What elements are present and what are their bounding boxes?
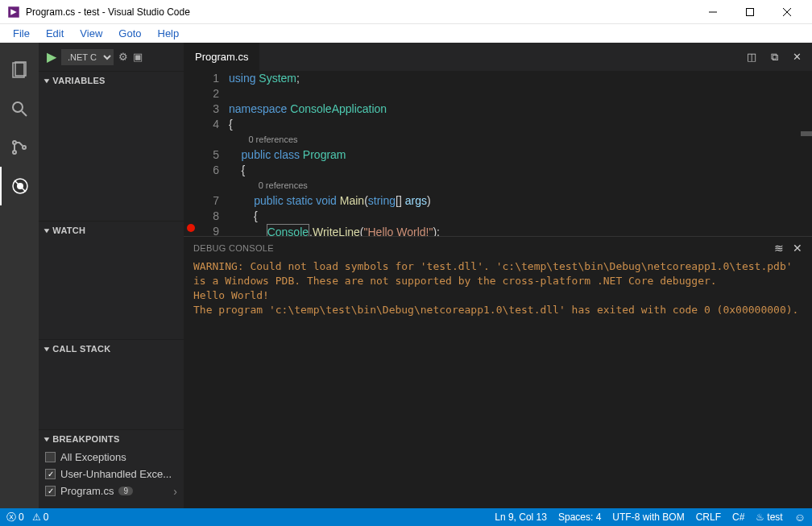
section-watch[interactable]: WATCH (39, 221, 184, 238)
debug-sidebar: ▶ .NET C ⚙ ▣ VARIABLES WATCH CALL STACK … (39, 43, 184, 508)
menu-help[interactable]: Help (150, 26, 188, 41)
feedback-icon[interactable]: ☺ (794, 511, 806, 524)
clear-console-icon[interactable]: ≋ (774, 242, 784, 255)
breakpoint-label: All Exceptions (60, 451, 126, 463)
svg-rect-1 (747, 8, 754, 15)
variables-body (39, 89, 184, 221)
codelens[interactable]: 0 references (229, 178, 812, 193)
diff-icon[interactable]: ⧉ (765, 48, 783, 66)
menubar: File Edit View Goto Help (0, 24, 812, 43)
breakpoint-item[interactable]: All Exceptions (39, 449, 184, 466)
editor-tab[interactable]: Program.cs (184, 43, 259, 71)
search-icon[interactable] (0, 89, 39, 128)
svg-point-6 (13, 102, 23, 112)
editor-tabbar: Program.cs ◫ ⧉ ✕ (184, 43, 812, 71)
svg-point-8 (13, 141, 16, 144)
status-warnings[interactable]: ⚠ 0 (32, 512, 49, 523)
close-tab-icon[interactable]: ✕ (788, 48, 806, 66)
svg-point-9 (13, 151, 16, 154)
checkbox-icon[interactable] (45, 452, 56, 462)
panel-title: DEBUG CONSOLE (193, 243, 774, 253)
breakpoints-body: All Exceptions User-Unhandled Exce... Pr… (39, 447, 184, 501)
breakpoint-item[interactable]: User-Unhandled Exce... (39, 466, 184, 483)
explorer-icon[interactable] (0, 51, 39, 89)
callstack-body (39, 357, 184, 429)
maximize-button[interactable] (731, 0, 768, 24)
titlebar: Program.cs - test - Visual Studio Code (0, 0, 812, 24)
minimize-button[interactable] (694, 0, 731, 24)
menu-file[interactable]: File (5, 26, 38, 41)
split-editor-icon[interactable]: ◫ (743, 48, 760, 66)
debug-console-panel: DEBUG CONSOLE ≋ ✕ WARNING: Could not loa… (184, 236, 812, 508)
breakpoint-label: User-Unhandled Exce... (60, 468, 172, 480)
section-callstack[interactable]: CALL STACK (39, 339, 184, 357)
codelens[interactable]: 0 references (229, 132, 812, 147)
checkbox-icon[interactable] (45, 469, 56, 479)
activity-bar (0, 43, 39, 508)
vscode-icon (6, 5, 21, 19)
watch-body (39, 238, 184, 339)
debug-toolbar: ▶ .NET C ⚙ ▣ (39, 43, 184, 71)
debug-icon[interactable] (0, 167, 39, 205)
status-spaces[interactable]: Spaces: 4 (558, 512, 601, 523)
breakpoint-item[interactable]: Program.cs 9 › (39, 483, 184, 499)
gear-icon[interactable]: ⚙ (118, 51, 128, 63)
status-launch[interactable]: ♨ test (756, 512, 782, 523)
section-breakpoints[interactable]: BREAKPOINTS (39, 429, 184, 447)
close-button[interactable] (768, 0, 806, 24)
git-icon[interactable] (0, 128, 39, 167)
console-output[interactable]: WARNING: Could not load symbols for 'tes… (184, 259, 812, 508)
overview-ruler[interactable] (801, 71, 812, 236)
section-variables[interactable]: VARIABLES (39, 71, 184, 89)
close-panel-icon[interactable]: ✕ (793, 242, 802, 255)
status-language[interactable]: C# (732, 512, 744, 523)
status-encoding[interactable]: UTF-8 with BOM (612, 512, 684, 523)
status-eol[interactable]: CRLF (696, 512, 721, 523)
warning-icon: ⚠ (32, 512, 41, 523)
chevron-right-icon[interactable]: › (173, 485, 177, 498)
error-icon: ⓧ (6, 511, 16, 524)
window-title: Program.cs - test - Visual Studio Code (26, 6, 694, 18)
checkbox-icon[interactable] (45, 486, 56, 496)
code-editor[interactable]: 1 2 3 4 5 6 7 8 9 using System; namespac… (184, 71, 812, 236)
debug-config-select[interactable]: .NET C (61, 49, 114, 65)
svg-line-7 (22, 111, 27, 116)
line-numbers: 1 2 3 4 5 6 7 8 9 (198, 71, 229, 236)
menu-edit[interactable]: Edit (38, 26, 72, 41)
breakpoint-label: Program.cs (60, 485, 114, 497)
status-bar: ⓧ 0 ⚠ 0 Ln 9, Col 13 Spaces: 4 UTF-8 wit… (0, 508, 812, 526)
menu-goto[interactable]: Goto (110, 26, 149, 41)
console-icon[interactable]: ▣ (133, 51, 143, 63)
breakpoint-line-badge: 9 (118, 487, 133, 495)
code-content[interactable]: using System; namespace ConsoleApplicati… (229, 71, 812, 236)
svg-point-13 (17, 183, 23, 189)
flame-icon: ♨ (756, 512, 764, 523)
status-errors[interactable]: ⓧ 0 (6, 511, 24, 524)
menu-view[interactable]: View (72, 26, 110, 41)
svg-point-10 (23, 146, 26, 149)
breakpoint-dot-icon[interactable] (187, 224, 195, 232)
status-cursor[interactable]: Ln 9, Col 13 (495, 512, 547, 523)
breakpoint-gutter[interactable] (184, 71, 198, 236)
start-debug-button[interactable]: ▶ (47, 49, 56, 64)
